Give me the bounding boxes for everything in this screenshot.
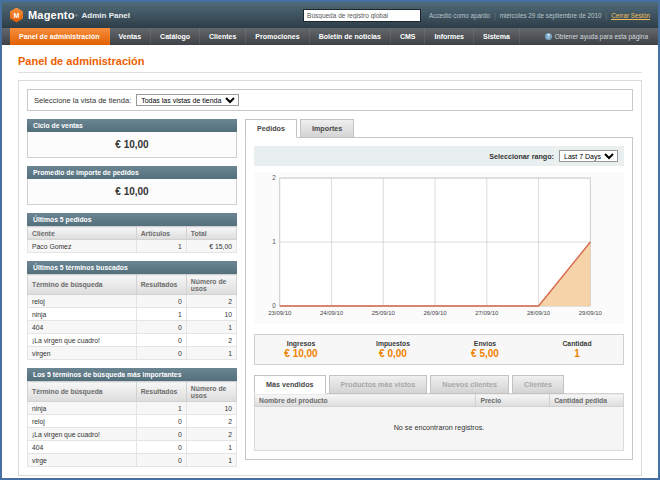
- orders-panel: Seleccionar rango: Last 7 Days 01223/09/…: [245, 137, 633, 460]
- lifetime-sales-box: Ciclo de ventas € 10,00: [27, 119, 237, 158]
- svg-text:24/09/10: 24/09/10: [320, 310, 344, 316]
- store-view-label: Seleccione la vista de tienda:: [34, 96, 131, 105]
- logout-link[interactable]: Cerrar Sesión: [611, 12, 650, 19]
- table-row[interactable]: virge 0 1: [28, 454, 237, 467]
- nav-item-ventas[interactable]: Ventas: [110, 28, 152, 45]
- stat-ingresos: Ingresos € 10,00: [255, 340, 347, 359]
- main-nav: Panel de administración Ventas Catálogo …: [2, 28, 658, 45]
- table-row[interactable]: ¡La virgen que cuadro! 0 2: [28, 428, 237, 441]
- orders-amounts-tabs: Pedidos Importes: [245, 119, 633, 137]
- tab-clientes[interactable]: Clientes: [512, 375, 564, 394]
- tab-mas-vendidos[interactable]: Más vendidos: [254, 375, 326, 394]
- store-view-select[interactable]: Todas las vistas de tienda: [136, 94, 239, 106]
- totals-bar: Ingresos € 10,00 Impuestos € 0,00 Envíos…: [254, 334, 624, 365]
- svg-text:2: 2: [272, 174, 276, 181]
- header-user-area: Accedió como apardo | miércoles 29 de se…: [429, 12, 650, 19]
- magento-admin-page: { "header": { "logo_text": "Magento", "l…: [0, 0, 660, 480]
- svg-text:1: 1: [272, 238, 276, 245]
- svg-text:29/09/10: 29/09/10: [579, 310, 603, 316]
- title-divider: [18, 72, 642, 73]
- tab-importes[interactable]: Importes: [300, 119, 354, 138]
- get-help-link[interactable]: ? Obtener ayuda para esta página: [545, 28, 658, 45]
- top-search-title: Los 5 términos de búsqueda más important…: [27, 368, 237, 381]
- column-header: Cliente: [28, 227, 137, 240]
- nav-item-dashboard[interactable]: Panel de administración: [10, 28, 110, 45]
- range-label: Seleccionar rango:: [489, 152, 554, 161]
- tab-nuevos-clientes[interactable]: Nuevos clientes: [430, 375, 509, 394]
- svg-text:25/09/10: 25/09/10: [372, 310, 396, 316]
- column-header: Número de usos: [186, 382, 236, 402]
- nav-item-catalogo[interactable]: Catálogo: [151, 28, 200, 45]
- average-orders-value: € 10,00: [27, 179, 237, 205]
- nav-item-clientes[interactable]: Clientes: [200, 28, 246, 45]
- column-header: Total: [186, 227, 236, 240]
- table-row[interactable]: ¡La virgen que cuadro! 0 2: [28, 334, 237, 347]
- empty-table-message: No se encontraron registros.: [254, 407, 624, 451]
- dashboard-sidebar: Ciclo de ventas € 10,00 Promedio de impo…: [27, 119, 237, 467]
- nav-item-promociones[interactable]: Promociones: [246, 28, 309, 45]
- help-label: Obtener ayuda para esta página: [555, 33, 648, 40]
- last-orders-table: Cliente Artículos Total Paco Gomez 1 € 1…: [27, 226, 237, 253]
- stat-impuestos: Impuestos € 0,00: [347, 340, 439, 359]
- products-tabs: Más vendidos Productos más vistos Nuevos…: [254, 375, 624, 393]
- table-row[interactable]: reloj 0 2: [28, 415, 237, 428]
- lifetime-sales-value: € 10,00: [27, 132, 237, 158]
- logged-in-as: Accedió como apardo: [429, 12, 490, 19]
- column-header: Nombre del producto: [255, 394, 476, 407]
- top-search-box: Los 5 términos de búsqueda más important…: [27, 368, 237, 467]
- column-header: Artículos: [136, 227, 186, 240]
- last-orders-box: Últimos 5 pedidos Cliente Artículos Tota…: [27, 213, 237, 253]
- table-row[interactable]: virgen 0 1: [28, 347, 237, 360]
- content-area: Panel de administración Seleccione la vi…: [2, 45, 658, 476]
- table-row[interactable]: reloj 0 2: [28, 295, 237, 308]
- range-select[interactable]: Last 7 Days: [559, 150, 618, 162]
- column-header: Número de usos: [186, 275, 236, 295]
- logo-subtitle: Admin Panel: [82, 11, 130, 20]
- svg-text:0: 0: [272, 302, 276, 309]
- column-header: Resultados: [136, 382, 186, 402]
- help-icon: ?: [545, 33, 552, 40]
- nav-item-cms[interactable]: CMS: [391, 28, 426, 45]
- table-row[interactable]: ninja 1 10: [28, 402, 237, 415]
- orders-chart: 01223/09/1024/09/1025/09/1026/09/1027/09…: [254, 172, 624, 328]
- table-row[interactable]: 404 0 1: [28, 321, 237, 334]
- separator: |: [606, 12, 608, 19]
- table-row[interactable]: 404 0 1: [28, 441, 237, 454]
- page-title: Panel de administración: [18, 55, 642, 67]
- nav-item-informes[interactable]: Informes: [425, 28, 474, 45]
- lifetime-sales-title: Ciclo de ventas: [27, 119, 237, 132]
- svg-text:27/09/10: 27/09/10: [475, 310, 499, 316]
- svg-text:23/09/10: 23/09/10: [268, 310, 292, 316]
- magento-logo-icon: M: [10, 8, 23, 23]
- last-search-title: Últimos 5 términos buscados: [27, 261, 237, 274]
- column-header: Término de búsqueda: [28, 275, 137, 295]
- svg-text:28/09/10: 28/09/10: [527, 310, 551, 316]
- column-header: Término de búsqueda: [28, 382, 137, 402]
- column-header: Precio: [476, 394, 550, 407]
- logo-trademark: ®: [75, 13, 78, 18]
- last-search-box: Últimos 5 términos buscados Término de b…: [27, 261, 237, 360]
- store-view-bar: Seleccione la vista de tienda: Todas las…: [27, 89, 633, 111]
- app-header: M Magento ® Admin Panel Accedió como apa…: [2, 2, 658, 28]
- dashboard-container: Seleccione la vista de tienda: Todas las…: [18, 80, 642, 476]
- nav-item-boletin[interactable]: Boletín de noticias: [310, 28, 391, 45]
- separator: |: [494, 12, 496, 19]
- dashboard-main: Pedidos Importes Seleccionar rango: Last…: [245, 119, 633, 467]
- logo-text: Magento: [28, 9, 75, 21]
- tab-pedidos[interactable]: Pedidos: [245, 119, 297, 138]
- table-row[interactable]: Paco Gomez 1 € 15,00: [28, 240, 237, 253]
- stat-cantidad: Cantidad 1: [531, 340, 623, 359]
- svg-text:26/09/10: 26/09/10: [424, 310, 448, 316]
- column-header: Cantidad pedida: [550, 394, 624, 407]
- table-row[interactable]: ninja 1 10: [28, 308, 237, 321]
- average-orders-box: Promedio de importe de pedidos € 10,00: [27, 166, 237, 205]
- column-header: Resultados: [136, 275, 186, 295]
- global-search-input[interactable]: [303, 9, 421, 22]
- stat-envios: Envíos € 5,00: [439, 340, 531, 359]
- nav-item-sistema[interactable]: Sistema: [474, 28, 520, 45]
- range-bar: Seleccionar rango: Last 7 Days: [254, 146, 624, 166]
- tab-productos-mas-vistos[interactable]: Productos más vistos: [329, 375, 428, 394]
- products-table: Nombre del producto Precio Cantidad pedi…: [254, 393, 624, 407]
- top-search-table: Término de búsqueda Resultados Número de…: [27, 381, 237, 467]
- average-orders-title: Promedio de importe de pedidos: [27, 166, 237, 179]
